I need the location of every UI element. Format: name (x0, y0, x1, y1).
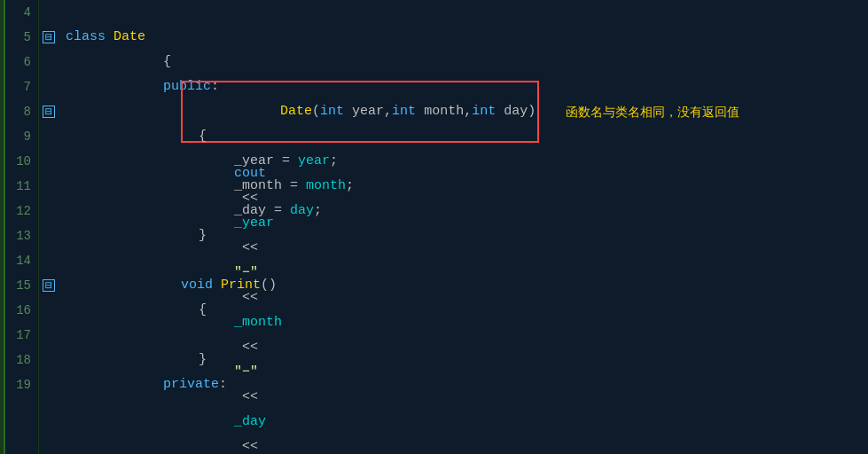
type-int-1: int (320, 104, 352, 119)
fold-empty-4 (39, 0, 59, 25)
param-year: year, (352, 104, 392, 119)
fold-empty-10 (39, 149, 59, 174)
fold-marker-8[interactable]: ⊟ (39, 99, 59, 124)
constructor-name: Date (280, 104, 312, 119)
param-day: day) (504, 104, 536, 119)
line-numbers: 4 5 6 7 8 9 10 11 12 13 14 15 16 17 18 1… (5, 0, 39, 454)
access-specifier-private: private: (66, 348, 227, 422)
fold-empty-6 (39, 50, 59, 74)
line-num-14: 14 (12, 248, 31, 273)
code-line-19: private: (66, 372, 868, 397)
fold-empty-18 (39, 348, 59, 372)
fold-empty-16 (39, 298, 59, 323)
code-editor: 4 5 6 7 8 9 10 11 12 13 14 15 16 17 18 1… (0, 0, 868, 454)
fold-markers-col: ⊟ ⊟ ⊟ (39, 0, 59, 454)
fold-empty-19 (39, 372, 59, 397)
fold-marker-5[interactable]: ⊟ (39, 25, 59, 50)
code-line-4 (66, 0, 868, 25)
line-num-6: 6 (12, 50, 31, 74)
fold-empty-11 (39, 174, 59, 199)
line-num-7: 7 (12, 74, 31, 99)
type-int-3: int (472, 104, 504, 119)
line-num-5: 5 (12, 25, 31, 50)
fold-empty-12 (39, 199, 59, 223)
annotation-constructor: 函数名与类名相同，没有返回值 (566, 99, 739, 124)
line-num-8: 8 (12, 99, 31, 124)
line-num-19: 19 (12, 372, 31, 397)
line-num-12: 12 (12, 199, 31, 223)
line-num-18: 18 (12, 348, 31, 372)
line-num-11: 11 (12, 174, 31, 199)
fold-empty-13 (39, 223, 59, 248)
param-month: month, (424, 104, 472, 119)
fold-empty-9 (39, 124, 59, 149)
line-num-16: 16 (12, 298, 31, 323)
line-num-9: 9 (12, 124, 31, 149)
line-num-10: 10 (12, 149, 31, 174)
line-num-15: 15 (12, 273, 31, 298)
fold-empty-17 (39, 323, 59, 348)
code-line-5: class Date (66, 25, 868, 50)
line-num-4: 4 (12, 0, 31, 25)
fold-empty-14 (39, 248, 59, 273)
code-area: 4 5 6 7 8 9 10 11 12 13 14 15 16 17 18 1… (0, 0, 868, 454)
type-int-2: int (392, 104, 424, 119)
code-content: class Date { public: Date(int year,in (59, 0, 868, 454)
fold-marker-15[interactable]: ⊟ (39, 273, 59, 298)
fold-empty-7 (39, 74, 59, 99)
line-num-13: 13 (12, 223, 31, 248)
line-num-17: 17 (12, 323, 31, 348)
